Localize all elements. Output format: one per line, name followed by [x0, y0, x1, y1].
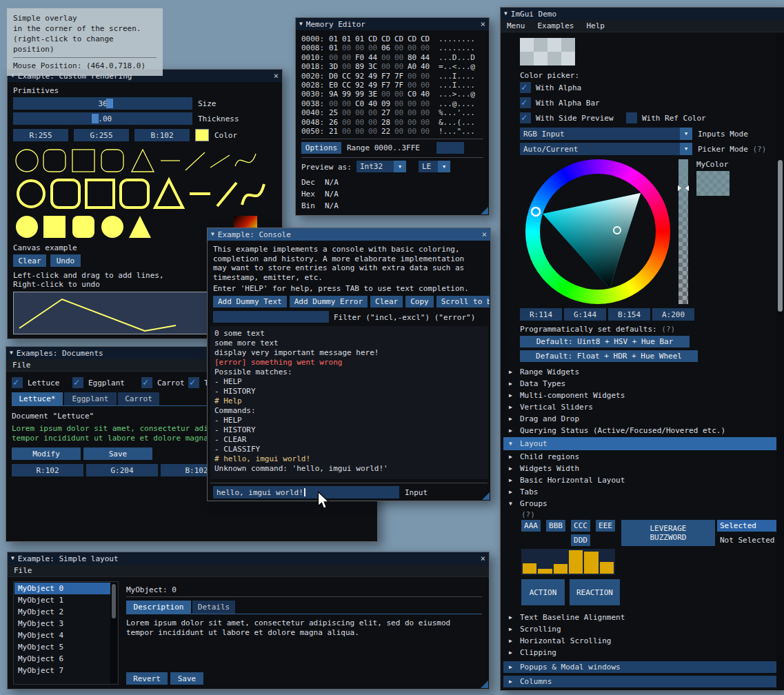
- memory-row[interactable]: 0020:D0CC9249F77F0000...I....: [301, 72, 475, 81]
- tree-node-horizontal-scrolling[interactable]: ▶Horizontal Scrolling: [503, 635, 777, 647]
- chevron-right-icon[interactable]: ▶: [509, 614, 516, 621]
- checkbox-with-alpha[interactable]: ✓ With Alpha: [520, 82, 581, 93]
- checkbox-with-ref-color[interactable]: With Ref Color: [626, 112, 706, 123]
- memory-row[interactable]: 0048:2600000028000000&...(...: [301, 118, 475, 127]
- chevron-right-icon[interactable]: ▶: [509, 678, 516, 685]
- hex-dump[interactable]: 0000:010101CDCDCDCDCD........0008:010000…: [301, 34, 475, 136]
- checkbox-with-side-preview[interactable]: ✓ With Side Preview: [520, 112, 614, 123]
- picker-g-drag[interactable]: G:144: [564, 308, 606, 321]
- tree-node-popups-modal-windows[interactable]: ▶Popups & Modal windows: [503, 661, 777, 673]
- size-slider[interactable]: 36: [13, 97, 192, 110]
- tree-node-child-regions[interactable]: ▶Child regions: [503, 451, 777, 463]
- tab-carrot[interactable]: Carrot: [118, 392, 159, 405]
- menu-file[interactable]: File: [6, 361, 37, 370]
- side-preview-swatch[interactable]: [696, 171, 730, 196]
- checkbox-lettuce[interactable]: ✓ Lettuce: [12, 377, 59, 388]
- tree-node-text-baseline-alignment[interactable]: ▶Text Baseline Alignment: [503, 612, 777, 623]
- close-icon[interactable]: ×: [482, 230, 487, 239]
- tree-node-layout[interactable]: ▼Layout: [503, 437, 777, 450]
- ccc-button[interactable]: CCC: [571, 520, 590, 532]
- hue-wheel[interactable]: [525, 159, 670, 304]
- list-item-myobject-1[interactable]: MyObject 1: [14, 594, 117, 606]
- chevron-right-icon[interactable]: ▶: [509, 489, 516, 495]
- checkbox-with-alpha-bar[interactable]: ✓ With Alpha Bar: [520, 97, 600, 108]
- doc-color-r-drag[interactable]: R:102: [12, 464, 83, 476]
- color-swatch[interactable]: [195, 129, 209, 141]
- object-list[interactable]: MyObject 0MyObject 1MyObject 2MyObject 3…: [13, 581, 119, 685]
- resize-grip[interactable]: [481, 207, 488, 214]
- modify-button[interactable]: Modify: [12, 447, 81, 460]
- close-icon[interactable]: ×: [481, 20, 485, 28]
- help-marker[interactable]: (?): [521, 510, 535, 519]
- checkbox-carrot[interactable]: ✓ Carrot: [141, 377, 185, 388]
- chevron-right-icon[interactable]: ▶: [509, 465, 516, 472]
- resize-grip[interactable]: [482, 492, 490, 500]
- console-input[interactable]: hello, imgui world!: [213, 486, 399, 498]
- menu-file[interactable]: File: [8, 566, 39, 575]
- tree-node-clipping[interactable]: ▶Clipping: [503, 647, 777, 658]
- hue-cursor[interactable]: [532, 208, 540, 216]
- memory-row[interactable]: 0000:010101CDCDCDCDCD........: [301, 34, 475, 43]
- goto-address-input[interactable]: [436, 142, 464, 154]
- color-r-drag[interactable]: R:255: [13, 129, 68, 141]
- close-icon[interactable]: ×: [481, 554, 485, 563]
- drawing-canvas[interactable]: [13, 292, 211, 334]
- ddd-button[interactable]: DDD: [571, 534, 590, 546]
- chevron-right-icon[interactable]: ▶: [509, 392, 516, 399]
- default-uint8-button[interactable]: Default: Uint8 + HSV + Hue Bar: [520, 336, 690, 348]
- chevron-right-icon[interactable]: ▶: [509, 381, 516, 387]
- chevron-down-icon[interactable]: ▼: [509, 501, 516, 507]
- slider-grab[interactable]: [106, 99, 113, 108]
- tab-details[interactable]: Details: [192, 601, 235, 614]
- console-titlebar[interactable]: ▼ Example: Console ×: [208, 228, 490, 241]
- tab-eggplant[interactable]: Eggplant: [64, 392, 117, 405]
- list-item-myobject-0[interactable]: MyObject 0: [14, 583, 117, 594]
- memory-row[interactable]: 0050:2100000022000000!..."...: [301, 127, 475, 136]
- add-dummy-text-button[interactable]: Add Dummy Text: [213, 296, 287, 308]
- options-button[interactable]: Options: [301, 142, 341, 154]
- console-log[interactable]: 0 some textsome more textdisplay very im…: [210, 326, 488, 479]
- scrollbar-grab[interactable]: [778, 160, 783, 312]
- collapse-arrow-icon[interactable]: ▼: [504, 11, 507, 17]
- picker-a-drag[interactable]: A:200: [652, 308, 694, 321]
- undo-button[interactable]: Undo: [50, 254, 81, 267]
- memory-row[interactable]: 0038:0000C04009000000...@....: [301, 99, 475, 108]
- add-dummy-error-button[interactable]: Add Dummy Error: [290, 296, 368, 308]
- menu-examples[interactable]: Examples: [532, 21, 581, 30]
- eee-button[interactable]: EEE: [596, 520, 615, 532]
- action-button[interactable]: ACTION: [521, 579, 565, 605]
- revert-button[interactable]: Revert: [126, 672, 168, 685]
- slider-grab[interactable]: [92, 114, 99, 123]
- collapse-arrow-icon[interactable]: ▼: [211, 232, 214, 237]
- color-b-drag[interactable]: B:102: [134, 129, 190, 141]
- save-button[interactable]: Save: [170, 672, 203, 685]
- chevron-right-icon[interactable]: ▶: [509, 454, 516, 460]
- list-item-myobject-6[interactable]: MyObject 6: [14, 653, 117, 665]
- tree-node-range-widgets[interactable]: ▶Range Widgets: [503, 366, 777, 378]
- chevron-down-icon[interactable]: ▼: [509, 441, 516, 447]
- tree-node-columns[interactable]: ▶Columns: [503, 676, 777, 687]
- chevron-right-icon[interactable]: ▶: [509, 416, 516, 422]
- color-g-drag[interactable]: G:255: [74, 129, 129, 141]
- chevron-right-icon[interactable]: ▶: [509, 369, 516, 375]
- alpha-bar[interactable]: [679, 159, 688, 304]
- tree-node-groups[interactable]: ▼Groups: [503, 498, 777, 510]
- tree-node-multi-component-widgets[interactable]: ▶Multi-component Widgets: [503, 390, 777, 401]
- tab-description[interactable]: Description: [126, 601, 191, 614]
- inputs-mode-combo[interactable]: RGB Input ▼: [520, 128, 692, 140]
- clear-button[interactable]: Clear: [370, 296, 403, 308]
- help-marker[interactable]: (?): [661, 325, 675, 334]
- leverage-buzzword-button[interactable]: LEVERAGE BUZZWORD: [621, 520, 715, 546]
- preview-type-combo[interactable]: Int32 ▼: [356, 161, 406, 172]
- bbb-button[interactable]: BBB: [546, 520, 565, 532]
- aaa-button[interactable]: AAA: [521, 520, 541, 532]
- list-item-myobject-7[interactable]: MyObject 7: [14, 665, 117, 676]
- chevron-down-icon[interactable]: ▼: [394, 161, 406, 172]
- demo-titlebar[interactable]: ▼ ImGui Demo: [501, 8, 784, 20]
- sv-triangle[interactable]: [525, 159, 670, 304]
- list-item-myobject-4[interactable]: MyObject 4: [14, 629, 117, 641]
- collapse-arrow-icon[interactable]: ▼: [299, 21, 303, 27]
- menu-menu[interactable]: Menu: [501, 21, 532, 30]
- memory-editor-titlebar[interactable]: ▼ Memory Editor ×: [296, 18, 489, 30]
- tab-lettuce[interactable]: Lettuce*: [12, 392, 63, 405]
